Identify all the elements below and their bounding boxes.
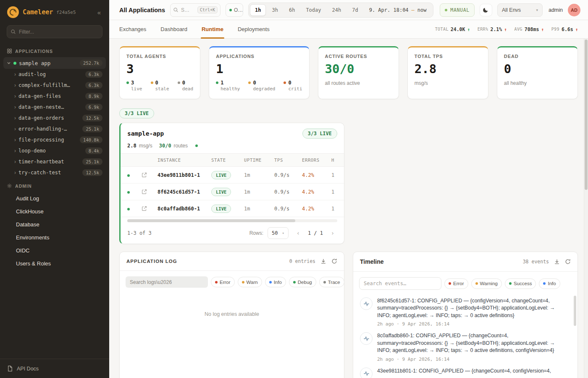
errors-value: 4.2% [302, 206, 331, 212]
chip-dot-icon [449, 282, 451, 285]
filter-chip[interactable]: Warning [471, 278, 502, 289]
moon-icon [483, 7, 489, 13]
filter-chip[interactable]: Success [505, 278, 536, 289]
tab[interactable]: Deployments [238, 20, 270, 38]
live-summary-row: 3/3 LIVE [119, 108, 578, 118]
sidebar-admin-item[interactable]: Users & Roles [0, 257, 109, 270]
sidebar-item-sample-app[interactable]: sample app 252.7k [3, 57, 106, 69]
time-range-button[interactable]: Today [301, 4, 326, 16]
open-instance-button[interactable] [142, 172, 147, 178]
filter-chip[interactable]: Info [265, 277, 286, 287]
sidebar-tree-item[interactable]: › timer-heartbeat 25.1k [3, 156, 106, 167]
event-text: 43ee9811b801-1: CONFIG_APPLIED — {change… [377, 368, 551, 375]
log-entries-count: 0 entries [289, 258, 315, 264]
col-tps: TPS [274, 158, 302, 163]
tree-item-label: loop-demo [18, 148, 83, 154]
state-badge: LIVE [211, 205, 231, 213]
avatar[interactable]: AD [568, 4, 580, 16]
sidebar-tree-item[interactable]: › data-gen-neste… 6.9k [3, 102, 106, 113]
open-instance-button[interactable] [142, 189, 147, 194]
activity-pulse-icon [360, 297, 373, 310]
horizontal-scrollbar[interactable] [127, 219, 337, 222]
refresh-button[interactable] [331, 258, 337, 264]
tab[interactable]: Runtime [202, 20, 223, 38]
degraded-dot [248, 81, 251, 84]
caret-down-icon: ▾ [536, 8, 538, 12]
instance-row[interactable]: 8f6245c61d57-1 LIVE 1m 0.9/s 4.2% 1 [121, 184, 344, 200]
prev-page-button[interactable]: ‹ [293, 228, 304, 239]
uptime-value: 1m [244, 172, 274, 178]
sidebar-collapse-button[interactable]: « [95, 8, 103, 17]
timeline-event[interactable]: 8c0affadb860-1: CONFIG_APPLIED — {change… [360, 332, 569, 362]
time-range-button[interactable]: 24h [327, 4, 346, 16]
sidebar-admin-item[interactable]: Audit Log [0, 192, 109, 205]
metric-value: 24.0K [451, 26, 465, 32]
download-button[interactable] [320, 258, 326, 264]
dark-mode-toggle[interactable] [480, 4, 492, 16]
sidebar-admin-item[interactable]: Database [0, 218, 109, 231]
api-docs-link[interactable]: API Docs [0, 359, 109, 378]
timeline-event[interactable]: 43ee9811b801-1: CONFIG_APPLIED — {change… [360, 368, 569, 378]
refresh-button[interactable] [565, 259, 571, 265]
filter-chip[interactable]: Trace [319, 277, 344, 287]
filter-chip[interactable]: Error [444, 278, 468, 289]
sidebar-admin-item[interactable]: OIDC [0, 244, 109, 257]
applications-section-header: APPLICATIONS [0, 43, 109, 57]
timeline-filter-chips: Error Warning Success Info [444, 278, 560, 289]
uptime-value: 1m [244, 189, 274, 195]
tab[interactable]: Exchanges [119, 20, 146, 38]
sidebar-tree-item[interactable]: › complex-fulfillm… 6.3k [3, 80, 106, 91]
download-button[interactable] [554, 259, 560, 265]
user-name: admin [549, 7, 563, 13]
open-instance-button[interactable] [142, 206, 147, 211]
timeline-events-list: 8f6245c61d57-1: CONFIG_APPLIED — {config… [353, 294, 578, 378]
timeline-search-input[interactable] [359, 277, 441, 290]
sidebar-tree-item[interactable]: › loop-demo 8.4k [3, 145, 106, 156]
global-search[interactable]: S… Ctrl+K [170, 3, 220, 17]
environment-select[interactable]: All Envs ▾ [497, 3, 543, 17]
timeline-scrollbar-thumb[interactable] [574, 296, 576, 326]
count-badge: 12.5k [82, 115, 102, 121]
tree-item-label: file-processing [18, 137, 77, 143]
time-range-button[interactable]: 3h [267, 4, 283, 16]
timeline-event[interactable]: 8f6245c61d57-1: CONFIG_APPLIED — {config… [360, 297, 569, 327]
stat-card-title: ACTIVE ROUTES [325, 54, 392, 59]
manual-refresh-button[interactable]: MANUAL [440, 3, 475, 17]
filter-chip[interactable]: Debug [289, 277, 316, 287]
online-indicator-chip[interactable]: O… [226, 3, 243, 17]
stat-card-title: TOTAL TPS [415, 54, 481, 59]
sidebar-tree-item[interactable]: › error-handling-… 25.1k [3, 123, 106, 134]
time-range-button[interactable]: 1h [250, 4, 266, 16]
log-search-input[interactable] [126, 276, 208, 288]
time-range-button[interactable]: 7d [347, 4, 363, 16]
sidebar-tree-item[interactable]: › data-gen-orders 12.5k [3, 113, 106, 123]
sidebar-tree-item[interactable]: › data-gen-files 8.9k [3, 91, 106, 102]
stat-card-value: 2.8 [415, 62, 481, 76]
sidebar-admin-item[interactable]: ClickHouse [0, 205, 109, 218]
timeline-events-count: 38 events [523, 259, 549, 265]
range-dash: – [412, 7, 415, 13]
sidebar-tree: › audit-log 6.3k › complex-fulfillm… 6.3… [0, 69, 109, 178]
rows-per-page-select[interactable]: 50 ▾ [268, 227, 289, 239]
time-range-button[interactable]: 6h [284, 4, 300, 16]
page-scrollbar-thumb[interactable] [585, 39, 588, 190]
stat-card-caption: msg/s [415, 80, 481, 86]
app-routes-label: routes [174, 143, 188, 149]
app-routes-value: 30/0 [159, 143, 171, 149]
page-scrollbar[interactable] [584, 39, 588, 378]
sidebar-tree-item[interactable]: › try-catch-test 12.5k [3, 167, 106, 178]
sidebar-tree-item[interactable]: › audit-log 6.3k [3, 69, 106, 80]
tab[interactable]: Dashboard [160, 20, 187, 38]
sidebar-tree-item[interactable]: › file-processing 140.8k [3, 134, 106, 145]
next-page-button[interactable]: › [327, 228, 338, 239]
instance-row[interactable]: 43ee9811b801-1 LIVE 1m 0.9/s 4.2% 1 [121, 167, 344, 184]
filter-chip[interactable]: Warn [238, 277, 262, 287]
sidebar-admin-item[interactable]: Environments [0, 231, 109, 244]
sidebar-filter-input[interactable] [7, 25, 102, 38]
filter-chip[interactable]: Info [539, 278, 560, 289]
count-badge: 6.9k [85, 104, 102, 110]
caret-down-icon: ▾ [282, 231, 284, 235]
filter-chip[interactable]: Error [211, 277, 235, 287]
instance-row[interactable]: 8c0affadb860-1 LIVE 1m 0.9/s 4.2% 1 [121, 200, 344, 217]
scrollbar-thumb[interactable] [127, 219, 295, 222]
